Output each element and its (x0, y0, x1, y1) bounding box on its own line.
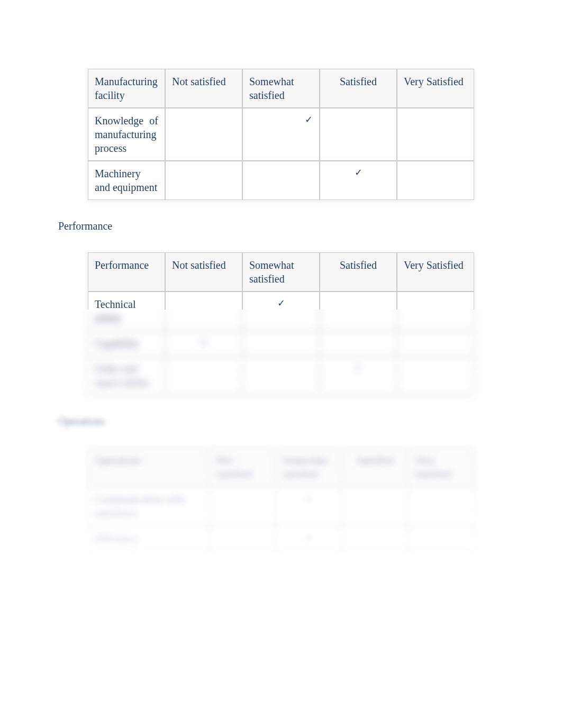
cell-check: ✓ (242, 108, 320, 161)
checkmark-icon: ✓ (305, 532, 313, 543)
text: manufacturing process (95, 128, 158, 155)
text: Communication with salesforce (95, 494, 184, 519)
header-performance: Performance (88, 252, 165, 292)
cell (397, 292, 474, 331)
cell (165, 292, 242, 331)
table-row: Machinery and equipment ✓ (88, 161, 474, 200)
checkmark-icon: ✓ (355, 167, 362, 178)
text: Very Satisfied (415, 454, 452, 480)
text: Efficiency (95, 533, 139, 544)
text: Somewhat satisfied (283, 454, 327, 480)
cell-check: ✓ (276, 487, 342, 526)
row-label: Technical ability (88, 292, 165, 331)
header-very-satisfied: Very Satisfied (397, 252, 474, 292)
header-satisfied: Satisfied (320, 252, 397, 292)
header-somewhat-satisfied: Somewhat satisfied (242, 252, 320, 292)
header-not-satisfied: Not satisfied (165, 252, 242, 292)
cell-check: ✓ (242, 292, 320, 331)
header-very-satisfied: Very Satisfied (408, 448, 474, 487)
cell (242, 161, 320, 200)
row-label: Communication with salesforce (88, 487, 210, 526)
cell (165, 161, 242, 200)
table-header-row: Performance Not satisfied Somewhat satis… (88, 252, 474, 292)
cell-check: ✓ (320, 161, 397, 200)
row-label-machinery: Machinery and equipment (88, 161, 165, 200)
cell (210, 526, 276, 551)
heading-performance: Performance (58, 220, 509, 232)
manufacturing-table: Manufacturing facility Not satisfied Som… (88, 69, 474, 200)
heading-operations: Operations (58, 415, 509, 427)
cell (397, 356, 474, 395)
cell (165, 356, 242, 395)
cell (408, 487, 474, 526)
header-very-satisfied: Very Satisfied (397, 69, 474, 108)
operations-table: Operations Not satisfied Somewhat satisf… (88, 448, 474, 551)
cell (397, 108, 474, 161)
header-satisfied: Satisfied (342, 448, 408, 487)
checkmark-icon: ✓ (305, 114, 313, 125)
header-somewhat-satisfied: Somewhat satisfied (276, 448, 342, 487)
header-not-satisfied: Not satisfied (165, 69, 242, 108)
checkmark-icon: ✓ (277, 298, 285, 308)
checkmark-icon: ✓ (200, 337, 208, 348)
text: Satisfied (340, 259, 377, 271)
text: Satisfied (357, 454, 394, 466)
table-header-row: Operations Not satisfied Somewhat satisf… (88, 448, 474, 487)
text: Very Satisfied (404, 76, 464, 87)
cell (408, 526, 474, 551)
text: Performance (95, 259, 149, 271)
text: Not satisfied (172, 76, 226, 87)
cell (342, 487, 408, 526)
text: Not satisfied (216, 454, 252, 480)
cell-check: ✓ (165, 331, 242, 356)
text: Satisfied (340, 76, 377, 87)
row-label: Efficiency (88, 526, 210, 551)
table-row: Communication with salesforce ✓ (88, 487, 474, 526)
checkmark-icon: ✓ (305, 493, 313, 504)
header-somewhat-satisfied: Somewhat satisfied (242, 69, 320, 108)
text: Knowledge of (95, 114, 158, 128)
text: Operations (58, 415, 105, 427)
text: Order and report ability (95, 363, 150, 388)
text: Operations (95, 454, 141, 466)
text: Somewhat satisfied (249, 259, 294, 285)
cell (320, 331, 397, 356)
cell (242, 331, 320, 356)
table-row: Technical ability ✓ (88, 292, 474, 331)
checkmark-icon: ✓ (355, 362, 362, 373)
table-row: Knowledge of manufacturing process ✓ (88, 108, 474, 161)
cell (320, 108, 397, 161)
header-manufacturing-facility: Manufacturing facility (88, 69, 165, 108)
header-operations: Operations (88, 448, 210, 487)
text: Somewhat satisfied (249, 76, 294, 101)
performance-table: Performance Not satisfied Somewhat satis… (88, 252, 474, 395)
cell (165, 108, 242, 161)
cell (342, 526, 408, 551)
table-row: Efficiency ✓ (88, 526, 474, 551)
header-not-satisfied: Not satisfied (210, 448, 276, 487)
table-row: Capability ✓ (88, 331, 474, 356)
cell (242, 356, 320, 395)
header-satisfied: Satisfied (320, 69, 397, 108)
cell (397, 161, 474, 200)
table-row: Order and report ability ✓ (88, 356, 474, 395)
cell (320, 292, 397, 331)
text: Manufacturing facility (95, 76, 158, 101)
row-label-knowledge: Knowledge of manufacturing process (88, 108, 165, 161)
text: Not satisfied (172, 259, 226, 271)
row-label: Order and report ability (88, 356, 165, 395)
table-header-row: Manufacturing facility Not satisfied Som… (88, 69, 474, 108)
text: Capability (95, 338, 139, 349)
cell (210, 487, 276, 526)
text: Machinery and equipment (95, 168, 157, 193)
text: Performance (58, 220, 112, 232)
cell-check: ✓ (276, 526, 342, 551)
row-label: Capability (88, 331, 165, 356)
cell (397, 331, 474, 356)
cell-check: ✓ (320, 356, 397, 395)
text: Technical ability (95, 298, 135, 324)
text: Very Satisfied (404, 259, 464, 271)
